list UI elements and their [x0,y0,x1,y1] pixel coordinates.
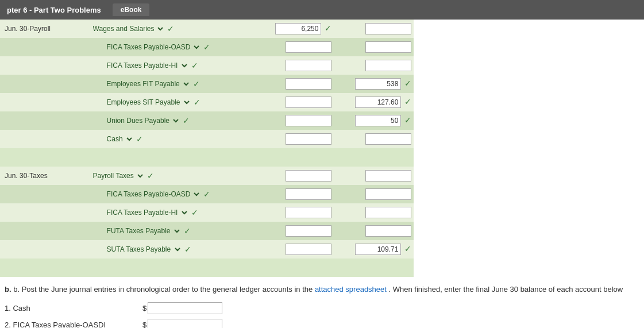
below-section: b. b. Post the June journal entries in c… [0,277,644,328]
credit-input[interactable] [365,188,411,200]
ledger-input-wrapper-2: $ [142,319,222,329]
spacer-row [0,258,414,277]
account-cell: Union Dues Payable ✓ [87,111,254,130]
credit-check-icon: ✓ [404,244,411,253]
title-bar: pter 6 - Part Two Problems eBook [0,0,644,20]
main-content: Jun. 30-Payroll Wages and Salaries ✓ 6,2… [0,20,644,328]
ledger-item: 1. Cash $ [5,302,639,314]
account-cell: Employees SIT Payable ✓ [87,93,254,111]
debit-input[interactable] [286,78,331,90]
check-icon: ✓ [136,134,143,144]
date-cell [0,240,87,258]
credit-input[interactable] [365,60,411,71]
check-icon: ✓ [203,190,210,199]
page-title: pter 6 - Part Two Problems [7,6,101,14]
credit-input[interactable] [365,23,411,34]
account-select[interactable]: Union Dues Payable [103,115,180,126]
credit-cell [334,130,414,148]
account-select[interactable]: Cash [103,134,134,144]
date-cell: Jun. 30-Payroll [0,20,87,38]
debit-cell [254,222,334,240]
account-cell: FICA Taxes Payable-HI ✓ [87,203,254,222]
date-cell [0,93,87,111]
instructions-text: b. b. Post the June journal entries in c… [5,284,639,295]
account-select[interactable]: SUTA Taxes Payable [103,244,182,254]
table-row: Cash ✓ [0,130,414,148]
debit-input[interactable] [286,244,331,255]
ebook-tab[interactable]: eBook [113,3,150,16]
credit-cell: 127.60 ✓ [334,93,414,111]
credit-cell: 50 ✓ [334,111,414,130]
cash-input[interactable] [148,302,222,314]
debit-amount: 6,250 [275,23,321,34]
debit-input[interactable] [286,41,331,53]
credit-check-icon: ✓ [404,97,411,106]
debit-cell: 6,250 ✓ [254,20,334,38]
check-icon: ✓ [184,245,191,254]
account-select[interactable]: FICA Taxes Payable-HI [103,60,189,71]
debit-input[interactable] [286,60,331,71]
ledger-label-1: 1. Cash [5,304,142,312]
account-cell: Employees FIT Payable ✓ [87,75,254,93]
ledger-item: 2. FICA Taxes Payable-OASDI $ [5,319,639,329]
debit-input[interactable] [286,133,331,145]
credit-input[interactable] [365,170,411,182]
check-icon: ✓ [203,43,210,52]
account-cell: SUTA Taxes Payable ✓ [87,240,254,258]
account-cell: Wages and Salaries ✓ [87,20,254,38]
fica-oasdi-input[interactable] [148,319,222,329]
date-cell [0,185,87,203]
credit-cell [334,222,414,240]
check-icon: ✓ [194,98,200,107]
credit-amount: 109.71 [355,244,401,255]
check-icon: ✓ [191,61,198,70]
account-select[interactable]: Employees FIT Payable [103,79,191,89]
debit-cell [254,75,334,93]
credit-input[interactable] [365,207,411,218]
credit-input[interactable] [365,133,411,145]
credit-cell: 109.71 ✓ [334,240,414,258]
credit-input[interactable] [365,225,411,237]
check-icon: ✓ [147,171,154,180]
debit-cell [254,56,334,75]
account-select[interactable]: FICA Taxes Payable-HI [103,207,189,218]
account-select[interactable]: Employees SIT Payable [103,97,191,107]
account-select[interactable]: FUTA Taxes Payable [103,226,182,236]
table-row: FICA Taxes Payable-OASDI ✓ [0,38,414,56]
debit-input[interactable] [286,225,331,237]
date-cell: Jun. 30-Taxes [0,167,87,185]
table-row: FUTA Taxes Payable ✓ [0,222,414,240]
credit-input[interactable] [365,41,411,53]
date-cell [0,38,87,56]
account-select[interactable]: Payroll Taxes [90,171,145,181]
table-row: FICA Taxes Payable-HI ✓ [0,203,414,222]
spacer-row [0,148,414,167]
account-select[interactable]: Wages and Salaries [90,24,165,34]
date-cell [0,203,87,222]
credit-cell [334,167,414,185]
check-icon: ✓ [184,226,191,236]
account-cell: FICA Taxes Payable-OASDI ✓ [87,38,254,56]
table-row: SUTA Taxes Payable ✓ 109.71 ✓ [0,240,414,258]
debit-input[interactable] [286,170,331,182]
credit-cell [334,203,414,222]
debit-input[interactable] [286,188,331,200]
ledger-input-wrapper-1: $ [142,302,222,314]
table-row: FICA Taxes Payable-HI ✓ [0,56,414,75]
bold-b: b. [5,285,11,294]
spreadsheet-link[interactable]: attached spreadsheet [315,285,387,294]
credit-cell [334,20,414,38]
account-select[interactable]: FICA Taxes Payable-OASDI [103,42,201,52]
debit-cell [254,240,334,258]
table-row: Jun. 30-Taxes Payroll Taxes ✓ [0,167,414,185]
debit-cell [254,111,334,130]
debit-input[interactable] [286,207,331,218]
credit-check-icon: ✓ [404,79,411,88]
account-cell: FICA Taxes Payable-HI ✓ [87,56,254,75]
journal-table: Jun. 30-Payroll Wages and Salaries ✓ 6,2… [0,20,414,277]
credit-amount: 127.60 [355,97,401,108]
debit-input[interactable] [286,97,331,108]
debit-cell [254,167,334,185]
debit-input[interactable] [286,115,331,126]
account-select[interactable]: FICA Taxes Payable-OASDI [103,189,201,199]
